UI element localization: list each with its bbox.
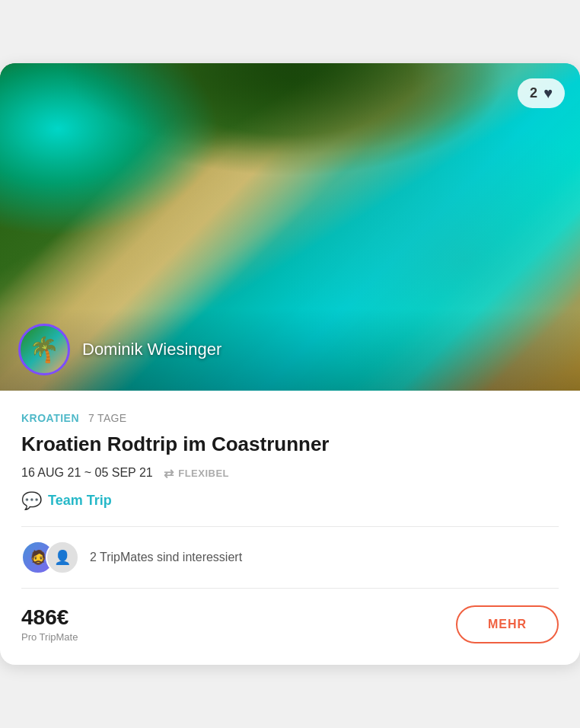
mehr-button[interactable]: MEHR	[456, 605, 559, 643]
avatar-emoji: 🌴	[29, 335, 59, 364]
divider-bottom	[21, 588, 559, 589]
trip-title: Kroatien Rodtrip im Coastrunner	[21, 432, 559, 457]
meta-row: KROATIEN 7 TAGE	[21, 412, 559, 424]
duration-label: 7 TAGE	[88, 412, 126, 424]
card-content: KROATIEN 7 TAGE Kroatien Rodtrip im Coas…	[0, 391, 580, 665]
tripmate-avatar-icon-2: 👤	[54, 549, 71, 566]
price-value: 486€	[21, 605, 78, 630]
price-action-row: 486€ Pro TripMate MEHR	[21, 605, 559, 643]
heart-icon: ♥	[543, 85, 553, 102]
author-name: Dominik Wiesinger	[82, 340, 221, 359]
likes-badge[interactable]: 2 ♥	[518, 78, 565, 108]
flexible-badge: ⇄ FLEXIBEL	[164, 466, 229, 481]
author-avatar: 🌴	[18, 324, 70, 375]
tripmates-row: 🧔 👤 2 TripMates sind interessiert	[21, 541, 559, 574]
price-sublabel: Pro TripMate	[21, 631, 78, 643]
team-trip-label: Team Trip	[48, 493, 112, 509]
likes-count: 2	[530, 85, 537, 101]
tripmate-avatar-2: 👤	[46, 541, 79, 574]
trip-card: 2 ♥ 🌴 Dominik Wiesinger KROATIEN 7 TAGE …	[0, 63, 580, 665]
avatars-stack: 🧔 👤	[21, 541, 79, 574]
author-strip: 🌴 Dominik Wiesinger	[0, 308, 580, 391]
tripmates-text: 2 TripMates sind interessiert	[90, 551, 242, 564]
tripmate-avatar-emoji-1: 🧔	[30, 549, 46, 566]
shuffle-icon: ⇄	[164, 466, 174, 481]
dates-text: 16 AUG 21 ~ 05 SEP 21	[21, 466, 153, 480]
team-trip-icon: 💬	[21, 491, 42, 511]
card-hero-image: 2 ♥ 🌴 Dominik Wiesinger	[0, 63, 580, 391]
team-trip-row: 💬 Team Trip	[21, 491, 559, 511]
price-block: 486€ Pro TripMate	[21, 605, 78, 643]
country-label: KROATIEN	[21, 412, 79, 424]
divider-top	[21, 526, 559, 527]
date-row: 16 AUG 21 ~ 05 SEP 21 ⇄ FLEXIBEL	[21, 466, 559, 481]
flexible-label: FLEXIBEL	[178, 468, 229, 479]
